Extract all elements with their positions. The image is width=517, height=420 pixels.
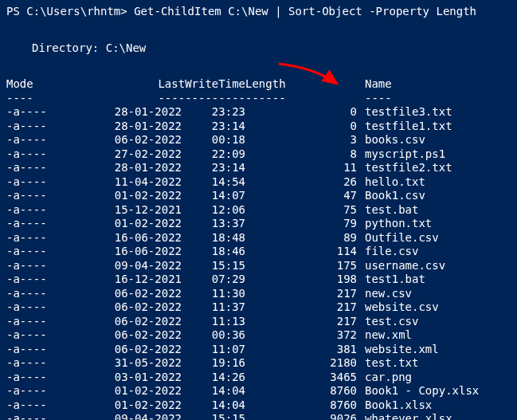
cell-mode: -a---- <box>6 328 102 343</box>
directory-line: Directory: C:\New <box>6 41 511 56</box>
header-length: Length <box>245 77 357 92</box>
cell-name: website.xml <box>357 343 479 357</box>
cell-mode: -a---- <box>6 120 102 134</box>
table-row: -a----06-02-202211:07381website.xml <box>6 343 479 357</box>
underline-length: ------ <box>245 92 357 106</box>
cell-time: 11:13 <box>182 315 245 329</box>
cell-date: 31-05-2022 <box>102 356 182 371</box>
cell-length: 217 <box>245 300 357 315</box>
cell-length: 3 <box>245 133 357 147</box>
cell-date: 03-01-2022 <box>102 371 182 385</box>
cell-length: 8 <box>245 147 357 162</box>
cell-date: 06-02-2022 <box>102 328 182 343</box>
cell-date: 28-01-2022 <box>102 161 182 175</box>
cell-name: Book1 - Copy.xlsx <box>357 384 479 398</box>
cell-time: 00:18 <box>182 133 245 147</box>
table-row: -a----16-12-202107:29198test1.bat <box>6 273 479 287</box>
cell-time: 14:04 <box>182 384 245 398</box>
cell-name: test.txt <box>357 356 479 371</box>
cell-date: 06-02-2022 <box>102 315 182 329</box>
cell-mode: -a---- <box>6 343 102 357</box>
header-row: Mode LastWriteTime Length Name <box>6 77 479 92</box>
cell-mode: -a---- <box>6 175 102 190</box>
cell-length: 217 <box>245 287 357 301</box>
powershell-terminal[interactable]: PS C:\Users\rhntm> Get-ChildItem C:\New … <box>0 0 517 420</box>
cell-name: Book1.xlsx <box>357 398 479 413</box>
cell-length: 26 <box>245 175 357 190</box>
header-underline-row: ---- ------------- ------ ---- <box>6 92 479 106</box>
table-row: -a----15-12-202112:0675test.bat <box>6 203 479 218</box>
cell-time: 00:36 <box>182 328 245 343</box>
table-row: -a----03-01-202214:263465car.png <box>6 371 479 385</box>
cell-length: 79 <box>245 217 357 231</box>
cell-time: 19:16 <box>182 356 245 371</box>
cell-time: 14:54 <box>182 175 245 190</box>
cell-name: Outfile.csv <box>357 231 479 245</box>
cell-mode: -a---- <box>6 273 102 287</box>
underline-mode: ---- <box>6 92 102 106</box>
table-row: -a----06-02-202200:183books.csv <box>6 133 479 147</box>
cell-date: 01-02-2022 <box>102 398 182 413</box>
cell-length: 3465 <box>245 371 357 385</box>
header-name: Name <box>357 77 479 92</box>
cell-mode: -a---- <box>6 133 102 147</box>
cell-name: car.png <box>357 371 479 385</box>
cell-name: hello.txt <box>357 175 479 190</box>
cell-mode: -a---- <box>6 287 102 301</box>
cell-date: 01-02-2022 <box>102 384 182 398</box>
cell-name: myscript.ps1 <box>357 147 479 162</box>
table-row: -a----06-02-202211:37217website.csv <box>6 300 479 315</box>
prompt-command: Get-ChildItem C:\New | Sort-Object -Prop… <box>134 5 476 18</box>
cell-name: new.xml <box>357 328 479 343</box>
cell-name: file.csv <box>357 245 479 259</box>
cell-mode: -a---- <box>6 371 102 385</box>
header-mode: Mode <box>6 77 102 92</box>
cell-mode: -a---- <box>6 231 102 245</box>
table-row: -a----01-02-202213:3779python.txt <box>6 217 479 231</box>
table-row: -a----09-04-202215:15175username.csv <box>6 259 479 273</box>
cell-date: 01-02-2022 <box>102 217 182 231</box>
cell-name: python.txt <box>357 217 479 231</box>
cell-mode: -a---- <box>6 300 102 315</box>
header-lastwritetime: LastWriteTime <box>102 77 245 92</box>
cell-time: 12:06 <box>182 203 245 218</box>
prompt-path: C:\Users\rhntm <box>26 5 120 18</box>
cell-mode: -a---- <box>6 398 102 413</box>
prompt-prefix: PS <box>6 5 26 18</box>
table-row: -a----16-06-202218:4889Outfile.csv <box>6 231 479 245</box>
underline-lwt: ------------- <box>102 92 245 106</box>
cell-name: new.csv <box>357 287 479 301</box>
cell-length: 198 <box>245 273 357 287</box>
cell-name: Book1.csv <box>357 189 479 203</box>
cell-date: 16-12-2021 <box>102 273 182 287</box>
underline-name: ---- <box>357 92 479 106</box>
cell-name: testfile1.txt <box>357 120 479 134</box>
cell-date: 06-02-2022 <box>102 133 182 147</box>
cell-time: 14:26 <box>182 371 245 385</box>
cell-time: 22:09 <box>182 147 245 162</box>
cell-date: 01-02-2022 <box>102 189 182 203</box>
table-row: -a----31-05-202219:162180test.txt <box>6 356 479 371</box>
directory-path: C:\New <box>106 41 147 54</box>
cell-mode: -a---- <box>6 203 102 218</box>
cell-date: 27-02-2022 <box>102 147 182 162</box>
cell-date: 28-01-2022 <box>102 120 182 134</box>
cell-time: 23:14 <box>182 120 245 134</box>
table-row: -a----01-02-202214:0747Book1.csv <box>6 189 479 203</box>
table-row: -a----09-04-202215:159026whatever.xlsx <box>6 412 479 420</box>
cell-date: 09-04-2022 <box>102 259 182 273</box>
prompt-sep: > <box>120 5 134 18</box>
directory-label: Directory: <box>32 41 106 54</box>
cell-time: 07:29 <box>182 273 245 287</box>
table-row: -a----28-01-202223:230testfile3.txt <box>6 105 479 120</box>
cell-length: 89 <box>245 231 357 245</box>
cell-mode: -a---- <box>6 105 102 120</box>
table-row: -a----27-02-202222:098myscript.ps1 <box>6 147 479 162</box>
prompt-line: PS C:\Users\rhntm> Get-ChildItem C:\New … <box>6 5 511 19</box>
cell-name: test.bat <box>357 203 479 218</box>
cell-length: 114 <box>245 245 357 259</box>
cell-date: 11-04-2022 <box>102 175 182 190</box>
cell-length: 372 <box>245 328 357 343</box>
cell-name: testfile2.txt <box>357 161 479 175</box>
cell-mode: -a---- <box>6 412 102 420</box>
